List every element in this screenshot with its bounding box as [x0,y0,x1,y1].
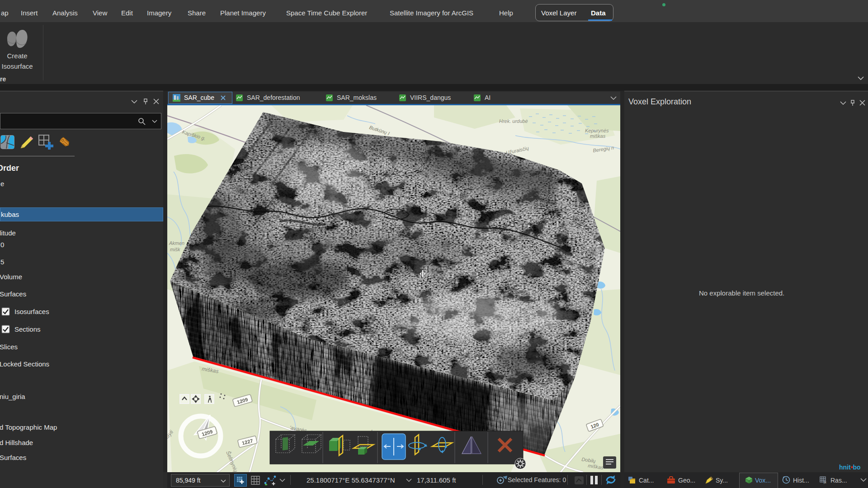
svg-text:miškas: miškas [590,133,606,139]
svg-text:Hrek. urdubė: Hrek. urdubė [499,118,528,124]
svg-text:Kepurynės: Kepurynės [585,128,609,133]
svg-text:fx: fx [824,480,826,484]
svg-text:mišk: mišk [170,247,180,252]
svg-text:Akmen: Akmen [169,240,184,246]
